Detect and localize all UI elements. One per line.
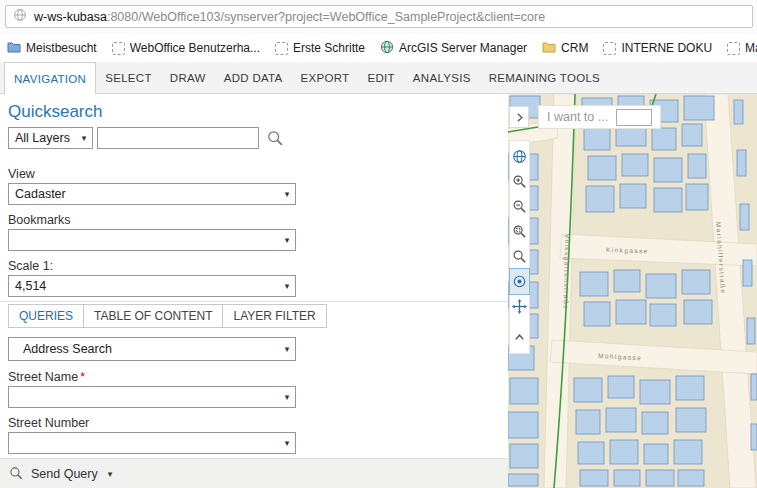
placeholder-icon bbox=[275, 42, 288, 55]
map-canvas[interactable]: Kinkgasse Mühlgasse Mariahilferstraße Vo… bbox=[508, 94, 757, 488]
address-bar[interactable]: w-ws-kubasa:8080/WebOffice103/synserver?… bbox=[5, 5, 753, 28]
bookmark-mantis[interactable]: Mantis bbox=[727, 41, 757, 55]
view-label: View bbox=[8, 167, 35, 181]
globe-icon bbox=[512, 149, 527, 164]
zoom-full-extent-button[interactable] bbox=[510, 244, 529, 269]
chevron-down-icon: ▾ bbox=[76, 133, 92, 143]
quicksearch-title: Quicksearch bbox=[8, 102, 102, 122]
send-query-label: Send Query bbox=[31, 467, 98, 481]
bookmark-erste-schritte[interactable]: Erste Schritte bbox=[275, 41, 365, 55]
overview-globe-button[interactable] bbox=[510, 144, 529, 169]
bookmark-interne-doku[interactable]: INTERNE DOKU bbox=[603, 41, 712, 55]
tab-table-of-content[interactable]: TABLE OF CONTENT bbox=[83, 304, 223, 328]
street-name-label: Street Name* bbox=[8, 370, 85, 384]
ribbon-tab-bar: NAVIGATION SELECT DRAW ADD DATA EXPORT E… bbox=[0, 62, 757, 94]
street-number-combobox[interactable]: ▾ bbox=[8, 432, 296, 454]
app-window: w-ws-kubasa:8080/WebOffice103/synserver?… bbox=[0, 0, 757, 488]
tab-select[interactable]: SELECT bbox=[96, 62, 161, 93]
placeholder-icon bbox=[112, 42, 125, 55]
chevron-down-icon: ▾ bbox=[279, 189, 295, 199]
tab-add-data[interactable]: ADD DATA bbox=[215, 62, 292, 93]
map-viewport[interactable]: Kinkgasse Mühlgasse Mariahilferstraße Vo… bbox=[508, 94, 757, 488]
zoom-window-icon bbox=[512, 224, 527, 239]
panel-divider bbox=[0, 301, 508, 302]
tool-panel: Quicksearch All Layers ▾ View Cadaster ▾… bbox=[0, 94, 508, 488]
street-number-label: Street Number bbox=[8, 416, 89, 430]
tab-queries[interactable]: QUERIES bbox=[8, 304, 84, 328]
scale-label: Scale 1: bbox=[8, 259, 53, 273]
tab-edit[interactable]: EDIT bbox=[358, 62, 403, 93]
placeholder-icon bbox=[727, 42, 740, 55]
collapse-toolbar-button[interactable] bbox=[510, 325, 529, 350]
chevron-up-icon bbox=[512, 330, 527, 345]
url-path: :8080/WebOffice103/synserver?project=Web… bbox=[107, 10, 545, 24]
i-want-to-label: I want to ... bbox=[547, 110, 608, 124]
zoom-in-button[interactable] bbox=[510, 169, 529, 194]
zoom-window-button[interactable] bbox=[510, 219, 529, 244]
panel-tab-strip: QUERIES TABLE OF CONTENT LAYER FILTER bbox=[8, 304, 326, 328]
tab-analysis[interactable]: ANALYSIS bbox=[404, 62, 480, 93]
bookmark-arcgis-server-manager[interactable]: ArcGIS Server Manager bbox=[380, 40, 527, 57]
quicksearch-search-button[interactable] bbox=[263, 126, 287, 150]
url-host: w-ws-kubasa bbox=[34, 10, 107, 24]
bookmark-meistbesucht[interactable]: Meistbesucht bbox=[7, 41, 97, 56]
chevron-right-icon bbox=[513, 111, 526, 124]
search-icon bbox=[267, 130, 284, 147]
pan-tool-button[interactable] bbox=[510, 294, 529, 319]
chevron-down-icon: ▾ bbox=[279, 438, 295, 448]
required-asterisk: * bbox=[80, 370, 85, 384]
globe-icon bbox=[13, 8, 27, 26]
zoom-in-icon bbox=[512, 174, 527, 189]
send-query-bar[interactable]: Send Query ▾ bbox=[0, 458, 508, 488]
tab-layer-filter[interactable]: LAYER FILTER bbox=[222, 304, 326, 328]
zoom-out-icon bbox=[512, 199, 527, 214]
zoom-out-button[interactable] bbox=[510, 194, 529, 219]
arcgis-globe-icon bbox=[380, 40, 394, 57]
chevron-down-icon[interactable]: ▾ bbox=[108, 469, 113, 479]
scale-select[interactable]: 4,514 ▾ bbox=[8, 275, 296, 297]
placeholder-icon bbox=[603, 42, 616, 55]
bookmark-crm[interactable]: CRM bbox=[542, 41, 588, 56]
map-toolbar bbox=[509, 140, 530, 354]
tab-draw[interactable]: DRAW bbox=[161, 62, 215, 93]
tab-navigation[interactable]: NAVIGATION bbox=[4, 62, 96, 94]
chevron-down-icon: ▾ bbox=[279, 392, 295, 402]
collapse-panel-button[interactable] bbox=[509, 106, 529, 128]
bookmarks-label: Bookmarks bbox=[8, 213, 71, 227]
view-select[interactable]: Cadaster ▾ bbox=[8, 183, 296, 205]
folder-yellow-icon bbox=[542, 41, 556, 56]
quicksearch-layer-select[interactable]: All Layers ▾ bbox=[8, 127, 93, 149]
query-type-select[interactable]: Address Search ▾ bbox=[8, 337, 296, 361]
position-tool-button[interactable] bbox=[510, 269, 529, 294]
bookmarks-select[interactable]: ▾ bbox=[8, 229, 296, 251]
position-dot-icon bbox=[512, 274, 527, 289]
magnifier-icon bbox=[512, 249, 527, 264]
tab-remaining-tools[interactable]: REMAINING TOOLS bbox=[480, 62, 609, 93]
bookmarks-toolbar: Meistbesucht WebOffice Benutzerha... Ers… bbox=[0, 34, 757, 62]
pan-arrows-icon bbox=[512, 299, 527, 314]
i-want-to-input[interactable] bbox=[616, 109, 652, 126]
bookmark-weboffice-benutzerhandbuch[interactable]: WebOffice Benutzerha... bbox=[112, 41, 260, 55]
url-text[interactable]: w-ws-kubasa:8080/WebOffice103/synserver?… bbox=[34, 10, 545, 24]
chevron-down-icon: ▾ bbox=[279, 344, 295, 354]
tab-export[interactable]: EXPORT bbox=[292, 62, 359, 93]
street-name-combobox[interactable]: ▾ bbox=[8, 386, 296, 408]
send-query-icon bbox=[9, 466, 24, 481]
chevron-down-icon: ▾ bbox=[279, 281, 295, 291]
folder-blue-icon bbox=[7, 41, 21, 56]
browser-chrome: w-ws-kubasa:8080/WebOffice103/synserver?… bbox=[0, 0, 757, 34]
i-want-to-widget[interactable]: I want to ... bbox=[538, 105, 661, 129]
chevron-down-icon: ▾ bbox=[279, 235, 295, 245]
quicksearch-input[interactable] bbox=[97, 127, 259, 149]
